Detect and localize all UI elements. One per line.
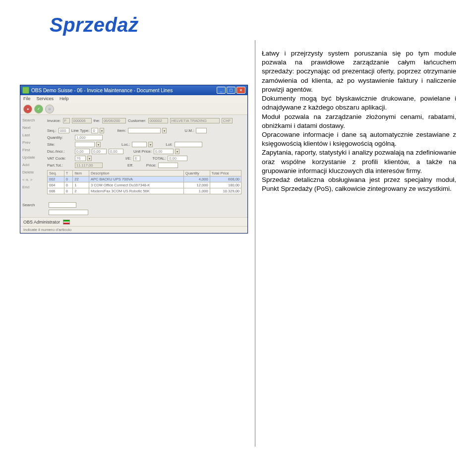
- paragraph: Sprzedaż detaliczna obsługiwana jest prz…: [262, 175, 456, 193]
- toolbar-stop-icon[interactable]: ●: [23, 105, 32, 114]
- chevron-down-icon[interactable]: ▾: [175, 149, 179, 154]
- vat-field[interactable]: 76: [75, 156, 86, 161]
- menu-file[interactable]: File: [23, 96, 31, 102]
- sidebar-end[interactable]: End: [22, 185, 45, 189]
- right-column: Łatwy i przejrzysty system poruszania si…: [262, 45, 456, 233]
- dsc3-field[interactable]: 0,00: [109, 149, 123, 154]
- item-field[interactable]: [128, 128, 161, 133]
- search-label: Search: [22, 203, 47, 207]
- col-desc[interactable]: Description: [89, 171, 183, 176]
- chevron-down-icon[interactable]: ▾: [100, 128, 104, 133]
- two-column-layout: OBS Demo Suisse - 06 - Invoice Maintenan…: [20, 45, 456, 233]
- parttot-label: Part.Tot.:: [47, 163, 73, 168]
- the-label: the:: [94, 118, 100, 123]
- lot-field[interactable]: [175, 142, 202, 147]
- qty-field[interactable]: 1,000: [75, 135, 103, 140]
- invoice-label: Invoice:: [47, 118, 61, 123]
- sidebar-delete[interactable]: Delete: [22, 170, 45, 174]
- paragraph: Łatwy i przejrzysty system poruszania si…: [262, 49, 456, 94]
- sidebar-add[interactable]: Add: [22, 163, 45, 167]
- status-user: OBS Administrator: [23, 220, 60, 225]
- app-window: OBS Demo Suisse - 06 - Invoice Maintenan…: [20, 85, 248, 233]
- table-row[interactable]: 004013 COM Office Connect Du167348-K12,0…: [48, 182, 241, 188]
- linetype-field[interactable]: 0: [91, 128, 98, 133]
- col-qty[interactable]: Quantity: [183, 171, 210, 176]
- search-section: Search: [20, 199, 247, 210]
- sidebar-first[interactable]: First: [22, 148, 45, 152]
- table-row[interactable]: 00602Modem/Fax 3COM US Robotic 56K1,0001…: [48, 188, 241, 194]
- price-label: Price:: [146, 163, 156, 168]
- search-field-2[interactable]: [49, 210, 88, 215]
- chevron-down-icon[interactable]: ▾: [148, 142, 153, 147]
- chevron-down-icon[interactable]: ▾: [87, 156, 92, 161]
- dsc2-field[interactable]: 0,00: [92, 149, 107, 154]
- total-label: TOTAL:: [152, 156, 166, 161]
- qty-label: Quantity:: [47, 135, 73, 140]
- seq-field[interactable]: 000: [59, 128, 69, 133]
- unitprice-field[interactable]: 0,00: [154, 149, 174, 154]
- maximize-button[interactable]: □: [227, 87, 236, 94]
- toolbar-ok-icon[interactable]: ✓: [34, 105, 43, 114]
- invoice-prefix: F: [63, 118, 70, 123]
- window-title: OBS Demo Suisse - 06 - Invoice Maintenan…: [31, 88, 217, 93]
- sidebar-prev[interactable]: Prev: [22, 140, 45, 145]
- menu-help[interactable]: Help: [60, 96, 69, 102]
- ie-field[interactable]: E: [133, 156, 140, 161]
- loc-field[interactable]: [132, 142, 147, 147]
- paragraph: Dokumenty mogą być błyskawicznie drukowa…: [262, 94, 456, 112]
- col-total[interactable]: Total Price: [210, 171, 241, 176]
- form-content: Invoice: F 000006 the: 06/06/200 Custome…: [47, 115, 247, 199]
- site-field[interactable]: [75, 142, 95, 147]
- statusbar-hint: Indicate il numero d'articolo: [20, 226, 247, 233]
- vat-label: VAT Code:: [47, 156, 73, 161]
- document-title: Sprzedaż: [50, 14, 456, 36]
- customer-code: 000002: [148, 118, 168, 123]
- vertical-separator: [255, 40, 255, 447]
- chevron-down-icon[interactable]: ▾: [162, 128, 167, 133]
- customer-name: HELVETIA TRADING: [170, 118, 220, 123]
- total-field[interactable]: 0,00: [168, 156, 187, 161]
- the-date: 06/06/200: [102, 118, 126, 123]
- col-item[interactable]: Item: [73, 171, 89, 176]
- sidebar-update[interactable]: Update: [22, 155, 45, 160]
- eff-label: Eff.: [127, 163, 133, 168]
- window-titlebar: OBS Demo Suisse - 06 - Invoice Maintenan…: [20, 85, 247, 95]
- col-t[interactable]: T: [64, 171, 72, 176]
- um-field[interactable]: [196, 128, 207, 133]
- menu-services[interactable]: Services: [37, 96, 54, 102]
- client-area: Search Next Last Prev First Update Add D…: [20, 115, 247, 199]
- lines-table: Seq. T Item Description Quantity Total P…: [47, 170, 241, 194]
- col-seq[interactable]: Seq.: [48, 171, 64, 176]
- customer-label: Customer:: [128, 118, 146, 123]
- sidebar-last[interactable]: Last: [22, 133, 45, 137]
- table-header-row: Seq. T Item Description Quantity Total P…: [48, 171, 241, 176]
- statusbar-user: OBS Administrator: [20, 217, 247, 226]
- status-hint: Indicate il numero d'articolo: [23, 228, 71, 232]
- invoice-number: 000006: [72, 118, 92, 123]
- sidebar-next[interactable]: Next: [22, 125, 45, 130]
- chevron-down-icon[interactable]: ▾: [96, 142, 101, 147]
- dsc1-field[interactable]: 0,00: [75, 149, 90, 154]
- ie-label: I/E:: [125, 156, 131, 161]
- paragraph: Moduł pozwala na zarządzanie złożonymi c…: [262, 113, 456, 130]
- dsc-label: Dsc./Incr.:: [47, 149, 73, 154]
- minimize-button[interactable]: _: [217, 87, 226, 94]
- seq-label: Seq.:: [47, 128, 57, 133]
- price-field[interactable]: [158, 163, 178, 168]
- search-field-1[interactable]: [49, 202, 76, 208]
- loc-label: Loc.:: [121, 142, 130, 147]
- left-column: OBS Demo Suisse - 06 - Invoice Maintenan…: [20, 45, 249, 233]
- toolbar: ● ✓ ☼: [20, 103, 247, 115]
- flag-icon: [63, 220, 70, 225]
- sidebar: Search Next Last Prev First Update Add D…: [20, 115, 47, 199]
- sidebar-search[interactable]: Search: [22, 118, 45, 122]
- um-label: U.M.:: [184, 128, 194, 133]
- toolbar-config-icon[interactable]: ☼: [45, 105, 54, 114]
- close-button[interactable]: ×: [237, 87, 245, 94]
- sidebar-n[interactable]: < n. >: [22, 177, 45, 182]
- site-label: Site:: [47, 142, 73, 147]
- page: Sprzedaż OBS Demo Suisse - 06 - Invoice …: [0, 0, 476, 460]
- item-label: Item:: [117, 128, 126, 133]
- table-row[interactable]: 002022APC BACKU UPS 700VA4,000608,00: [48, 176, 241, 182]
- lot-label: Lot:: [166, 142, 172, 147]
